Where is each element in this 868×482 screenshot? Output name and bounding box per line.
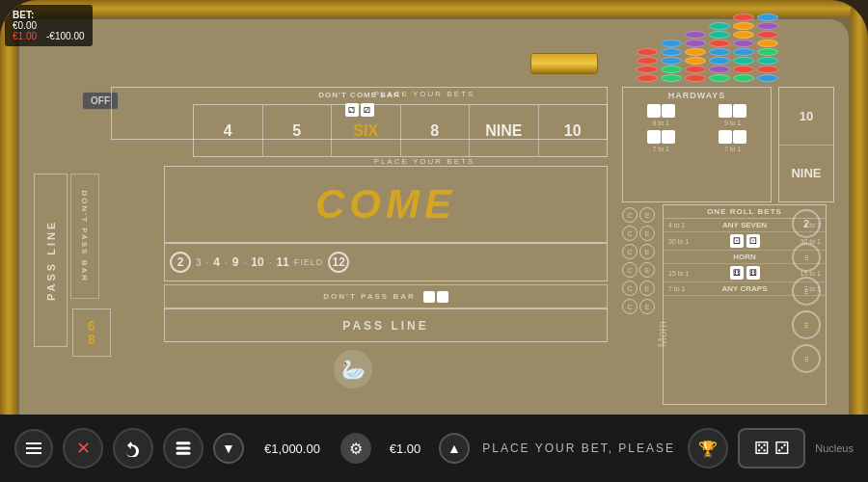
die: ⚄ xyxy=(733,104,746,118)
c-circle[interactable]: C xyxy=(622,262,637,278)
svg-rect-0 xyxy=(26,442,41,444)
right-circle-2[interactable]: 2 xyxy=(792,209,821,238)
right-section: HARDWAYS ⚃ ⚃ 9 to 1 ⚄ ⚄ 9 xyxy=(622,87,834,405)
ce-pair: C E xyxy=(622,226,661,241)
six-eight-label: 68 xyxy=(88,319,95,346)
menu-button[interactable] xyxy=(14,429,53,468)
bet-dice-pair-2: ⚅ ⚅ xyxy=(730,266,760,280)
settings-button[interactable]: ⚙ xyxy=(340,433,371,464)
hardway-cell-4[interactable]: ⚅ ⚅ 7 to 1 xyxy=(699,130,768,152)
ce-pair: C E xyxy=(622,244,661,259)
bet-label: BET: xyxy=(13,10,85,20)
place-bet-text: PLACE YOUR BET, PLEASE xyxy=(479,442,678,455)
any-seven-left: 4 to 1 xyxy=(668,222,686,228)
number-box-10[interactable]: 10 xyxy=(539,105,608,156)
e-circle[interactable]: E xyxy=(639,207,655,223)
field-num-11: 11 xyxy=(276,255,288,269)
number-box-8[interactable]: 8 xyxy=(401,105,471,156)
field-num-4: 4 xyxy=(213,255,220,269)
pass-line-bottom[interactable]: PASS LINE xyxy=(164,308,608,342)
close-button[interactable]: ✕ xyxy=(63,428,103,469)
balance-down-button[interactable]: ▼ xyxy=(213,433,244,464)
dp-die-2: ⚂ xyxy=(437,291,448,303)
chip xyxy=(733,66,754,73)
tr-num-10[interactable]: 10 xyxy=(779,88,833,146)
c-circle[interactable]: C xyxy=(622,207,637,223)
svg-rect-2 xyxy=(26,452,41,454)
die: ⚂ xyxy=(647,130,661,144)
chip xyxy=(757,48,778,56)
gear-icon: ⚙ xyxy=(349,440,363,458)
chip xyxy=(709,48,730,56)
field-area[interactable]: 2 3 · 4 · 9 · 10 · 11 FIELD 12 xyxy=(164,243,608,281)
hardway-cell-3[interactable]: ⚂ ⚂ 7 to 1 xyxy=(627,130,695,152)
any-seven-label: ANY SEVEN xyxy=(722,221,767,229)
hardway-odds-4: 7 to 1 xyxy=(724,146,742,152)
c-circle[interactable]: C xyxy=(622,299,637,314)
chip xyxy=(685,74,706,82)
number-boxes: 4 5 SIX 8 NINE 10 xyxy=(193,104,608,157)
chips-area xyxy=(637,5,849,82)
hi-left: 30 to 1 xyxy=(668,238,689,245)
die: ⚃ xyxy=(662,104,675,118)
pass-line-left[interactable]: PASS LINE xyxy=(34,174,68,347)
e-circle[interactable]: E xyxy=(639,244,655,259)
bet-display: BET: €0.00 €1.00 -€100.00 xyxy=(5,5,93,46)
balance-up-button[interactable]: ▲ xyxy=(439,433,470,464)
chip-stack xyxy=(757,13,778,82)
tr-num-nine[interactable]: NINE xyxy=(779,146,833,202)
chip xyxy=(733,57,754,65)
chip-stack xyxy=(733,13,754,82)
c-circle[interactable]: C xyxy=(622,226,637,241)
number-box-six[interactable]: SIX xyxy=(332,105,401,156)
e-circle[interactable]: E xyxy=(639,226,655,241)
bet-range: €1.00 -€100.00 xyxy=(13,31,85,41)
chip xyxy=(709,57,730,65)
bet-die-1: ⚀ xyxy=(730,234,744,248)
hardway-cell-1[interactable]: ⚃ ⚃ 9 to 1 xyxy=(627,104,695,126)
e-circle[interactable]: E xyxy=(639,299,655,314)
undo-button[interactable] xyxy=(113,428,153,469)
bet-die-4: ⚅ xyxy=(746,266,760,280)
place-bets-top: PLACE YOUR BETS xyxy=(251,90,598,98)
number-box-4[interactable]: 4 xyxy=(194,105,263,156)
hardway-cell-2[interactable]: ⚄ ⚄ 9 to 1 xyxy=(699,104,768,126)
chip xyxy=(685,31,706,39)
dp-dice-bottom: ⚁ ⚂ xyxy=(423,291,448,303)
dont-pass-bottom[interactable]: DON'T PASS BAR ⚁ ⚂ xyxy=(164,284,608,308)
chip xyxy=(733,31,754,39)
chip-stack xyxy=(661,40,682,82)
number-box-5[interactable]: 5 xyxy=(263,105,333,156)
chip xyxy=(661,74,682,82)
chip-stack xyxy=(637,48,658,82)
dice-pair: ⚃ ⚃ xyxy=(647,104,675,118)
chip xyxy=(685,40,706,47)
c-circle[interactable]: C xyxy=(622,244,637,259)
chip xyxy=(709,66,730,73)
chip xyxy=(637,66,658,73)
die: ⚃ xyxy=(647,104,661,118)
bottom-bar: ✕ ▼ €1,000.00 ⚙ €1.00 xyxy=(0,415,868,482)
nucleus-brand: Nucleus xyxy=(815,442,854,454)
c-circle[interactable]: C xyxy=(622,281,637,296)
chip xyxy=(685,57,706,65)
come-area[interactable]: 🦢 COME xyxy=(164,166,608,243)
chip xyxy=(757,74,778,82)
chip-stack xyxy=(709,22,730,82)
e-circle[interactable]: E xyxy=(639,281,655,296)
trophy-button[interactable]: 🏆 xyxy=(688,428,728,469)
bet-amount: €0.00 xyxy=(13,20,37,31)
field-dot3: · xyxy=(244,257,247,268)
dice-roll-button[interactable]: ⚄ ⚂ xyxy=(738,428,805,469)
die: ⚅ xyxy=(719,130,732,144)
number-box-nine[interactable]: NINE xyxy=(470,105,539,156)
svg-rect-4 xyxy=(176,447,191,450)
e-circle[interactable]: E xyxy=(639,262,655,278)
six-eight-section[interactable]: 68 xyxy=(72,308,111,357)
horn-label: HORN xyxy=(733,253,756,261)
chips-tray-button[interactable] xyxy=(163,428,203,469)
chip xyxy=(733,74,754,82)
ce-column: C E C E C E C E C E xyxy=(622,204,661,405)
close-icon: ✕ xyxy=(76,438,91,459)
die: ⚅ xyxy=(733,130,746,144)
